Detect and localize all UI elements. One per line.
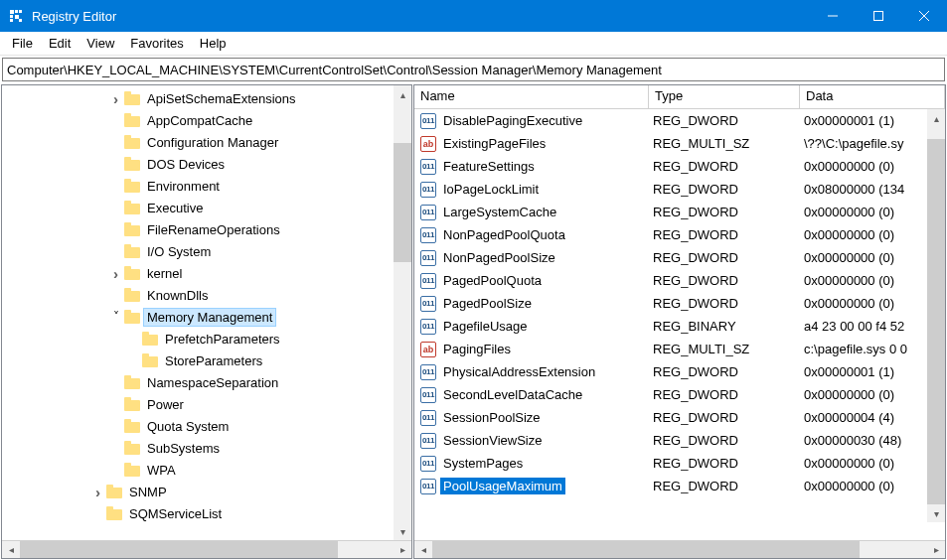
value-type: REG_DWORD bbox=[649, 250, 800, 265]
binary-value-icon: 011 bbox=[420, 205, 436, 220]
value-row[interactable]: 011LargeSystemCacheREG_DWORD0x00000000 (… bbox=[414, 201, 945, 223]
tree-horizontal-scrollbar[interactable]: ◂ ▸ bbox=[2, 540, 411, 558]
tree-item[interactable]: Configuration Manager bbox=[2, 131, 411, 153]
folder-icon bbox=[124, 463, 140, 477]
tree-item[interactable]: KnownDlls bbox=[2, 284, 411, 306]
scroll-right-icon[interactable]: ▸ bbox=[394, 541, 411, 558]
scroll-down-icon[interactable]: ▾ bbox=[927, 504, 945, 522]
value-row[interactable]: 011DisablePagingExecutiveREG_DWORD0x0000… bbox=[414, 109, 945, 132]
address-bar[interactable]: Computer\HKEY_LOCAL_MACHINE\SYSTEM\Curre… bbox=[2, 58, 945, 81]
tree-item-label: Quota System bbox=[144, 418, 232, 435]
folder-icon bbox=[124, 266, 140, 280]
scrollbar-thumb[interactable] bbox=[927, 139, 945, 504]
scrollbar-thumb[interactable] bbox=[432, 541, 860, 558]
tree-item[interactable]: Quota System bbox=[2, 415, 411, 437]
tree-item[interactable]: NamespaceSeparation bbox=[2, 371, 411, 393]
columns-header[interactable]: Name Type Data bbox=[414, 85, 945, 109]
folder-icon bbox=[124, 419, 140, 433]
value-name: ExistingPageFiles bbox=[440, 135, 549, 152]
value-row[interactable]: 011PagedPoolSizeREG_DWORD0x00000000 (0) bbox=[414, 292, 945, 315]
value-row[interactable]: 011FeatureSettingsREG_DWORD0x00000000 (0… bbox=[414, 155, 945, 178]
value-type: REG_DWORD bbox=[649, 113, 800, 128]
minimize-button[interactable] bbox=[810, 0, 856, 32]
scrollbar-thumb[interactable] bbox=[20, 541, 338, 558]
svg-rect-2 bbox=[19, 10, 22, 13]
tree-pane: ›ApiSetSchemaExtensionsAppCompatCacheCon… bbox=[1, 84, 412, 559]
tree-item[interactable]: ›SNMP bbox=[2, 481, 411, 502]
menu-edit[interactable]: Edit bbox=[41, 34, 79, 53]
scroll-down-icon[interactable]: ▾ bbox=[394, 522, 411, 540]
tree-item[interactable]: StoreParameters bbox=[2, 350, 411, 371]
values-horizontal-scrollbar[interactable]: ◂ ▸ bbox=[414, 540, 945, 558]
tree-item[interactable]: PrefetchParameters bbox=[2, 328, 411, 350]
menu-help[interactable]: Help bbox=[192, 34, 235, 53]
scroll-left-icon[interactable]: ◂ bbox=[2, 541, 20, 558]
value-name: NonPagedPoolQuota bbox=[440, 226, 568, 243]
value-row[interactable]: 011NonPagedPoolQuotaREG_DWORD0x00000000 … bbox=[414, 223, 945, 246]
scrollbar-thumb[interactable] bbox=[394, 143, 411, 262]
value-name: DisablePagingExecutive bbox=[440, 112, 585, 129]
expand-icon[interactable]: › bbox=[109, 90, 122, 107]
menu-view[interactable]: View bbox=[79, 34, 122, 53]
maximize-button[interactable] bbox=[856, 0, 901, 32]
tree-item-label: kernel bbox=[144, 265, 185, 282]
value-row[interactable]: 011SessionViewSizeREG_DWORD0x00000030 (4… bbox=[414, 429, 945, 452]
value-data: 0x00000000 (0) bbox=[800, 479, 945, 493]
tree-item[interactable]: DOS Devices bbox=[2, 153, 411, 175]
collapse-icon[interactable]: ˅ bbox=[109, 310, 122, 324]
tree-item[interactable]: ›ApiSetSchemaExtensions bbox=[2, 87, 411, 109]
value-row[interactable]: 011PoolUsageMaximumREG_DWORD0x00000000 (… bbox=[414, 475, 945, 497]
value-row[interactable]: abPagingFilesREG_MULTI_SZc:\pagefile.sys… bbox=[414, 338, 945, 360]
scroll-right-icon[interactable]: ▸ bbox=[927, 541, 945, 558]
menu-favorites[interactable]: Favorites bbox=[122, 34, 191, 53]
value-data: 0x00000000 (0) bbox=[800, 387, 945, 402]
tree-item[interactable]: WPA bbox=[2, 459, 411, 481]
value-name: SystemPages bbox=[440, 455, 526, 472]
scroll-up-icon[interactable]: ▴ bbox=[927, 109, 945, 127]
value-row[interactable]: 011SessionPoolSizeREG_DWORD0x00000004 (4… bbox=[414, 406, 945, 429]
value-row[interactable]: 011SecondLevelDataCacheREG_DWORD0x000000… bbox=[414, 383, 945, 406]
value-row[interactable]: 011IoPageLockLimitREG_DWORD0x08000000 (1… bbox=[414, 178, 945, 201]
expand-icon[interactable]: › bbox=[91, 484, 104, 500]
value-row[interactable]: 011PhysicalAddressExtensionREG_DWORD0x00… bbox=[414, 360, 945, 383]
value-row[interactable]: 011SystemPagesREG_DWORD0x00000000 (0) bbox=[414, 452, 945, 475]
tree-item[interactable]: Power bbox=[2, 393, 411, 415]
menubar: FileEditViewFavoritesHelp bbox=[0, 32, 947, 56]
binary-value-icon: 011 bbox=[420, 159, 436, 175]
svg-rect-3 bbox=[10, 15, 13, 18]
value-row[interactable]: 011NonPagedPoolSizeREG_DWORD0x00000000 (… bbox=[414, 246, 945, 269]
tree-vertical-scrollbar[interactable]: ▴ ▾ bbox=[394, 85, 411, 540]
scroll-up-icon[interactable]: ▴ bbox=[394, 85, 411, 103]
column-header-type[interactable]: Type bbox=[649, 85, 800, 108]
tree-item[interactable]: Executive bbox=[2, 197, 411, 218]
value-type: REG_DWORD bbox=[649, 296, 800, 311]
tree-item-label: AppCompatCache bbox=[144, 112, 255, 129]
values-vertical-scrollbar[interactable]: ▴ ▾ bbox=[927, 109, 945, 522]
tree-item[interactable]: FileRenameOperations bbox=[2, 218, 411, 240]
tree-item[interactable]: Environment bbox=[2, 175, 411, 197]
close-button[interactable] bbox=[901, 0, 947, 32]
value-row[interactable]: 011PagefileUsageREG_BINARYa4 23 00 00 f4… bbox=[414, 315, 945, 338]
expand-icon[interactable]: › bbox=[109, 265, 122, 282]
tree-item[interactable]: ›kernel bbox=[2, 262, 411, 284]
tree-item-label: SNMP bbox=[126, 484, 170, 500]
column-header-name[interactable]: Name bbox=[414, 85, 649, 108]
binary-value-icon: 011 bbox=[420, 319, 436, 335]
scroll-left-icon[interactable]: ◂ bbox=[414, 541, 432, 558]
value-row[interactable]: abExistingPageFilesREG_MULTI_SZ\??\C:\pa… bbox=[414, 132, 945, 155]
svg-rect-4 bbox=[15, 15, 19, 19]
tree-item[interactable]: SQMServiceList bbox=[2, 502, 411, 524]
tree-item-label: DOS Devices bbox=[144, 156, 228, 173]
value-row[interactable]: 011PagedPoolQuotaREG_DWORD0x00000000 (0) bbox=[414, 269, 945, 292]
column-header-data[interactable]: Data bbox=[800, 85, 945, 108]
tree-item[interactable]: AppCompatCache bbox=[2, 109, 411, 131]
tree-item[interactable]: I/O System bbox=[2, 240, 411, 262]
value-name: SessionViewSize bbox=[440, 432, 545, 449]
tree-item[interactable]: ˅Memory Management bbox=[2, 306, 411, 328]
folder-icon bbox=[124, 157, 140, 171]
tree-item[interactable]: SubSystems bbox=[2, 437, 411, 459]
menu-file[interactable]: File bbox=[4, 34, 41, 53]
folder-icon bbox=[124, 375, 140, 389]
titlebar[interactable]: Registry Editor bbox=[0, 0, 947, 32]
value-name: PhysicalAddressExtension bbox=[440, 363, 598, 380]
